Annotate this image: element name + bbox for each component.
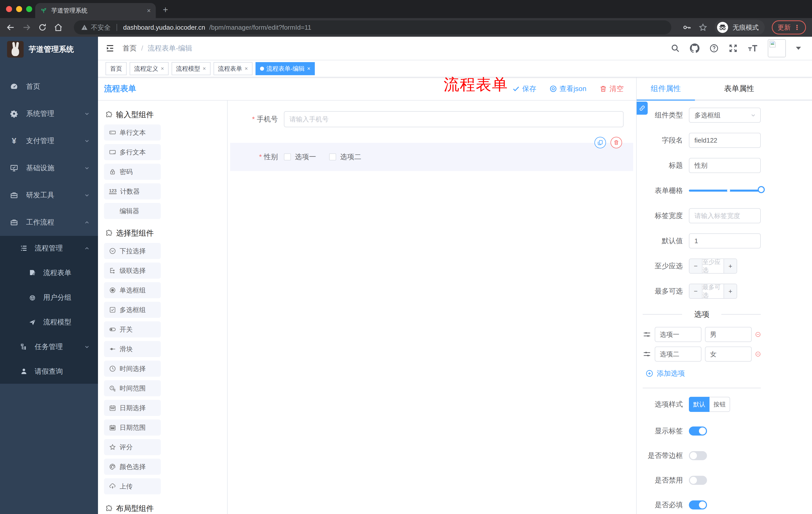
stepper-minus-button[interactable]: − <box>689 284 702 298</box>
search-icon[interactable] <box>671 44 680 53</box>
sidebar-item-system[interactable]: 系统管理 <box>0 100 98 127</box>
title-input[interactable] <box>689 158 761 173</box>
avatar[interactable] <box>768 39 786 57</box>
palette-item-cascader[interactable]: 级联选择 <box>104 263 161 279</box>
fullscreen-icon[interactable] <box>729 44 737 53</box>
palette-item-editor[interactable]: 编辑器 <box>104 203 161 219</box>
phone-input[interactable] <box>284 111 624 127</box>
browser-menu-icon[interactable]: ⋮ <box>794 24 800 31</box>
checkbox-option-1[interactable]: 选项一 <box>284 152 316 162</box>
checkbox-icon[interactable] <box>329 154 336 160</box>
help-icon[interactable] <box>709 44 719 53</box>
home-icon[interactable] <box>54 23 63 32</box>
app-logo[interactable]: 芋道管理系统 <box>0 37 98 62</box>
palette-item-multi-text[interactable]: 多行文本 <box>104 144 161 160</box>
palette-item-single-text[interactable]: 单行文本 <box>104 125 161 141</box>
palette-item-switch[interactable]: 开关 <box>104 321 161 337</box>
avatar-caret-icon[interactable] <box>796 47 801 52</box>
palette-item-time-range[interactable]: 时间范围 <box>104 380 161 396</box>
label-width-input[interactable] <box>689 208 761 223</box>
palette-item-select[interactable]: 下拉选择 <box>104 243 161 259</box>
grid-slider[interactable] <box>689 190 761 192</box>
new-tab-button[interactable]: + <box>163 4 168 15</box>
delete-component-button[interactable] <box>610 137 622 148</box>
sidebar-item-infra[interactable]: 基础设施 <box>0 154 98 182</box>
palette-item-password[interactable]: 密码 <box>104 164 161 180</box>
save-button[interactable]: 保存 <box>512 84 536 93</box>
tag-close-icon[interactable]: × <box>161 65 164 72</box>
remove-option-icon[interactable] <box>755 330 761 339</box>
checkbox-icon[interactable] <box>284 154 291 160</box>
copy-component-button[interactable] <box>594 137 606 148</box>
option-label-input[interactable] <box>655 327 701 342</box>
tag-process-model[interactable]: 流程模型× <box>172 62 210 75</box>
tag-process-definition[interactable]: 流程定义× <box>129 62 169 75</box>
checkbox-option-2[interactable]: 选项二 <box>329 152 361 162</box>
tag-process-form-edit[interactable]: 流程表单-编辑× <box>256 62 315 75</box>
drag-handle-icon[interactable] <box>643 330 651 339</box>
tab-component-props[interactable]: 组件属性 <box>637 77 695 100</box>
tag-process-form[interactable]: 流程表单× <box>213 62 253 75</box>
canvas-field-phone[interactable]: 手机号 <box>228 111 636 127</box>
bookmark-star-icon[interactable] <box>698 23 707 32</box>
zoom-window-button[interactable] <box>26 6 32 12</box>
style-button-button[interactable]: 按钮 <box>709 397 730 412</box>
remove-option-icon[interactable] <box>755 349 761 359</box>
max-select-placeholder[interactable]: 最多可选 <box>702 284 724 298</box>
sidebar-item-user-group[interactable]: 用户分组 <box>0 285 98 310</box>
view-json-button[interactable]: 查看json <box>549 84 586 93</box>
tab-form-props[interactable]: 表单属性 <box>695 77 783 100</box>
github-icon[interactable] <box>690 44 699 53</box>
forward-icon[interactable] <box>22 23 31 32</box>
palette-item-upload[interactable]: 上传 <box>104 478 161 494</box>
palette-item-date[interactable]: 日期选择 <box>104 400 161 416</box>
option-value-input[interactable] <box>705 327 752 342</box>
sidebar-item-leave-query[interactable]: 请假查询 <box>0 359 98 384</box>
password-key-icon[interactable] <box>683 23 691 32</box>
sidebar-item-home[interactable]: 首页 <box>0 73 98 100</box>
tag-close-icon[interactable]: × <box>203 65 206 72</box>
stepper-plus-button[interactable]: + <box>724 259 736 273</box>
reload-icon[interactable] <box>38 23 47 32</box>
default-value-input[interactable] <box>689 233 761 248</box>
palette-item-checkbox-group[interactable]: 多选框组 <box>104 302 161 318</box>
option-value-input[interactable] <box>705 347 752 361</box>
tag-home[interactable]: 首页 <box>106 62 127 75</box>
palette-item-counter[interactable]: 123 计数器 <box>104 183 161 199</box>
browser-tab[interactable]: 芋道管理系统 × <box>35 3 156 18</box>
palette-item-rate[interactable]: 评分 <box>104 439 161 455</box>
minimize-window-button[interactable] <box>16 6 22 12</box>
palette-item-time[interactable]: 时间选择 <box>104 360 161 377</box>
sidebar-item-task-mgmt[interactable]: 任务管理 <box>0 334 98 359</box>
hamburger-icon[interactable] <box>106 44 115 53</box>
slider-handle[interactable] <box>758 186 765 193</box>
option-label-input[interactable] <box>655 347 701 361</box>
url-bar[interactable]: 不安全 dashboard.yudao.iocoder.cn/bpm/manag… <box>74 20 671 34</box>
clear-button[interactable]: 清空 <box>600 84 624 93</box>
add-option-button[interactable]: 添加选项 <box>646 369 761 378</box>
required-switch[interactable] <box>689 501 707 510</box>
palette-item-slider[interactable]: 滑块 <box>104 341 161 357</box>
font-size-icon[interactable] <box>748 44 758 53</box>
stepper-minus-button[interactable]: − <box>689 259 702 273</box>
window-controls[interactable] <box>6 6 32 12</box>
palette-item-color[interactable]: 颜色选择 <box>104 459 161 475</box>
tab-close-icon[interactable]: × <box>147 7 151 15</box>
tag-close-icon[interactable]: × <box>307 65 311 72</box>
sidebar-item-workflow[interactable]: 工作流程 <box>0 209 98 236</box>
sidebar-item-process-model[interactable]: 流程模型 <box>0 310 98 334</box>
security-chip[interactable]: 不安全 <box>81 23 111 32</box>
min-select-placeholder[interactable]: 至少应选 <box>702 259 724 273</box>
drag-handle-icon[interactable] <box>643 350 651 358</box>
breadcrumb-home[interactable]: 首页 <box>123 44 137 53</box>
style-default-button[interactable]: 默认 <box>689 397 709 412</box>
browser-update-button[interactable]: 更新 ⋮ <box>772 20 806 34</box>
border-switch[interactable] <box>689 451 707 460</box>
close-window-button[interactable] <box>6 6 12 12</box>
sidebar-item-payment[interactable]: ¥ 支付管理 <box>0 127 98 154</box>
palette-item-radio-group[interactable]: 单选框组 <box>104 282 161 298</box>
show-label-switch[interactable] <box>689 427 707 436</box>
sidebar-item-process-form[interactable]: 流程表单 <box>0 261 98 285</box>
field-name-input[interactable] <box>689 133 761 148</box>
disabled-switch[interactable] <box>689 476 707 485</box>
